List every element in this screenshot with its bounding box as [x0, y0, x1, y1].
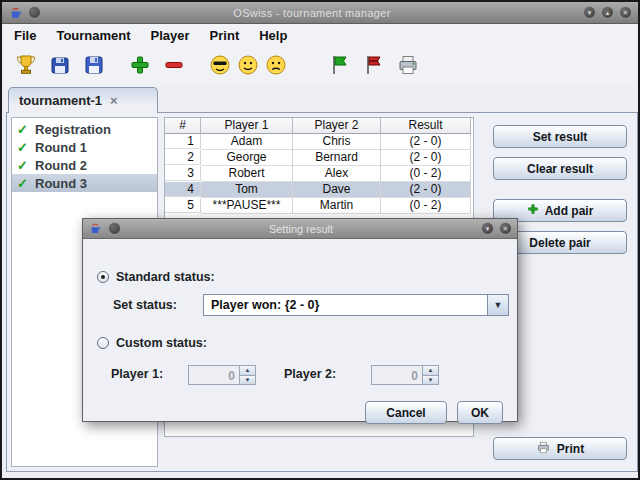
ok-button[interactable]: OK [457, 401, 503, 424]
spinner-up-icon[interactable]: ▲ [423, 366, 438, 376]
menu-player[interactable]: Player [151, 28, 190, 43]
menu-tournament[interactable]: Tournament [56, 28, 130, 43]
standard-status-label: Standard status: [116, 270, 215, 284]
tab-close-icon[interactable]: × [110, 93, 118, 108]
print-label: Print [557, 442, 584, 456]
toolbar-smiley-happy-button[interactable] [234, 52, 262, 80]
check-icon: ✓ [17, 140, 29, 155]
minimize-icon: ▾ [486, 225, 490, 233]
toolbar-save-button[interactable] [80, 52, 108, 80]
cancel-button[interactable]: Cancel [365, 401, 447, 424]
close-icon: ✕ [503, 225, 509, 233]
status-combobox[interactable]: Player won: {2 - 0} ▼ [203, 294, 509, 316]
cell-result: (0 - 2) [381, 166, 471, 182]
cell-result: (2 - 0) [381, 134, 471, 150]
table-row[interactable]: 2 George Bernard (2 - 0) [165, 150, 473, 166]
add-pair-label: Add pair [545, 204, 594, 218]
spinner-down-icon[interactable]: ▼ [423, 376, 438, 385]
toolbar-smiley-sad-button[interactable] [262, 52, 290, 80]
cell-result: (2 - 0) [381, 182, 471, 198]
table-row[interactable]: 3 Robert Alex (0 - 2) [165, 166, 473, 182]
window-menu-button[interactable] [28, 6, 41, 19]
combo-arrow-button[interactable]: ▼ [487, 295, 508, 315]
printer-icon [536, 440, 551, 458]
custom-status-label: Custom status: [116, 336, 207, 350]
toolbar-print-button[interactable] [394, 52, 422, 80]
cell-player1: Tom [201, 182, 293, 198]
set-result-button[interactable]: Set result [493, 125, 627, 148]
window-title: OSwiss - tournament manager [46, 7, 578, 19]
toolbar-add-button[interactable] [126, 52, 154, 80]
trophy-icon [14, 53, 38, 80]
cell-player2: Dave [293, 182, 381, 198]
check-icon: ✓ [17, 176, 29, 191]
player2-label: Player 2: [284, 367, 336, 381]
maximize-button[interactable]: ▴ [601, 6, 614, 19]
sidebar-item-label: Registration [35, 122, 111, 137]
status-combobox-value: Player won: {2 - 0} [204, 295, 487, 315]
toolbar-trophy-button[interactable] [12, 52, 40, 80]
app-window: OSwiss - tournament manager ▾ ▴ ✕ File T… [0, 0, 640, 480]
cell-result: (2 - 0) [381, 150, 471, 166]
cell-number: 5 [165, 198, 201, 213]
dialog-menu-button[interactable] [108, 222, 121, 235]
standard-status-radio[interactable] [97, 271, 109, 283]
toolbar-smiley-cool-button[interactable] [206, 52, 234, 80]
toolbar-green-flag-button[interactable] [326, 52, 354, 80]
table-row[interactable]: 1 Adam Chris (2 - 0) [165, 134, 473, 150]
clear-result-button[interactable]: Clear result [493, 157, 627, 180]
dialog-body: Standard status: Set status: Player won:… [83, 239, 517, 422]
toolbar-remove-button[interactable] [160, 52, 188, 80]
toolbar-open-button[interactable] [46, 52, 74, 80]
menubar: File Tournament Player Print Help [4, 24, 636, 46]
smiley-happy-icon [236, 53, 260, 80]
sidebar-item-registration[interactable]: ✓ Registration [12, 120, 157, 138]
cell-number: 1 [165, 134, 201, 149]
col-header-number[interactable]: # [165, 118, 201, 134]
dialog-title: Setting result [126, 223, 476, 235]
toolbar-red-flag-button[interactable] [360, 52, 388, 80]
player2-spinner[interactable]: 0 ▲ ▼ [371, 365, 439, 385]
spinner-up-icon[interactable]: ▲ [240, 366, 255, 376]
minimize-button[interactable]: ▾ [583, 6, 596, 19]
close-button[interactable]: ✕ [619, 6, 632, 19]
maximize-icon: ▴ [606, 9, 610, 17]
set-result-label: Set result [533, 130, 588, 144]
player1-spinner[interactable]: 0 ▲ ▼ [188, 365, 256, 385]
smiley-sunglasses-icon [208, 53, 232, 80]
menu-file[interactable]: File [14, 28, 36, 43]
tab-tournament-1[interactable]: tournament-1 × [8, 87, 158, 113]
dialog-close-button[interactable]: ✕ [499, 222, 512, 235]
spinner-down-icon[interactable]: ▼ [240, 376, 255, 385]
player2-value: 0 [372, 366, 422, 384]
table-header-row: # Player 1 Player 2 Result [165, 118, 473, 134]
table-row[interactable]: 5 ***PAUSE*** Martin (0 - 2) [165, 198, 473, 214]
sidebar-item-round-2[interactable]: ✓ Round 2 [12, 156, 157, 174]
col-header-player2[interactable]: Player 2 [293, 118, 381, 134]
java-cup-icon [8, 5, 23, 20]
menu-help[interactable]: Help [259, 28, 287, 43]
print-button[interactable]: Print [493, 437, 627, 460]
toolbar [4, 46, 636, 86]
cell-player1: Adam [201, 134, 293, 150]
table-row-selected[interactable]: 4 Tom Dave (2 - 0) [165, 182, 473, 198]
set-status-label: Set status: [113, 298, 177, 312]
cell-player2: Martin [293, 198, 381, 214]
col-header-player1[interactable]: Player 1 [201, 118, 293, 134]
sidebar-item-round-3[interactable]: ✓ Round 3 [12, 174, 157, 192]
sidebar-item-round-1[interactable]: ✓ Round 1 [12, 138, 157, 156]
player1-label: Player 1: [111, 367, 163, 381]
ok-label: OK [471, 406, 489, 420]
custom-status-radio[interactable] [97, 337, 109, 349]
open-disk-icon [48, 53, 72, 80]
cell-player2: Alex [293, 166, 381, 182]
cell-player1: ***PAUSE*** [201, 198, 293, 214]
smiley-sad-icon [264, 53, 288, 80]
sidebar-item-label: Round 3 [35, 176, 87, 191]
player1-spin-buttons: ▲ ▼ [239, 366, 255, 384]
dialog-minimize-button[interactable]: ▾ [481, 222, 494, 235]
col-header-result[interactable]: Result [381, 118, 471, 134]
red-flag-icon [362, 53, 386, 80]
green-flag-icon [328, 53, 352, 80]
menu-print[interactable]: Print [210, 28, 240, 43]
